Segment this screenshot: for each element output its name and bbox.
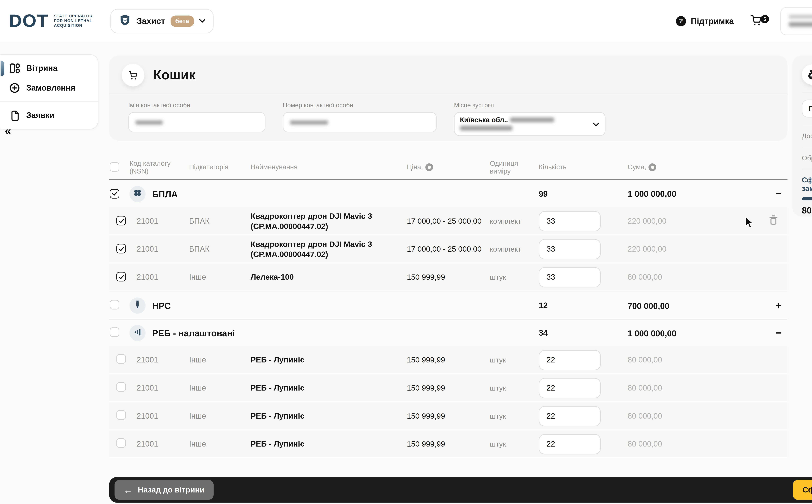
- item-checkbox[interactable]: [116, 410, 126, 420]
- item-name: РЕБ - Лупиніс: [250, 355, 407, 365]
- item-checkbox[interactable]: [116, 244, 126, 253]
- signal-icon: [133, 328, 142, 338]
- sidebar-collapse-button[interactable]: «: [5, 125, 11, 138]
- group-name: РЕБ - налаштовані: [152, 328, 235, 338]
- item-checkbox[interactable]: [116, 438, 126, 448]
- item-unit: штук: [490, 356, 539, 364]
- item-name: Квадрокоптер дрон DJI Mavic 3 (СР.МА.000…: [250, 239, 407, 259]
- column-header-sum-label: Сума,: [628, 163, 646, 171]
- item-code: 21001: [137, 216, 189, 225]
- group-name: БПЛА: [152, 189, 178, 199]
- item-code: 21001: [137, 355, 189, 364]
- cart-item-row: 21001ІншеРЕБ - Лупиніс150 999,99штук80 0…: [109, 430, 787, 459]
- item-unit: штук: [490, 384, 539, 392]
- item-checkbox[interactable]: [116, 216, 126, 225]
- quantity-input[interactable]: [539, 350, 601, 370]
- collapse-group-button[interactable]: −: [776, 328, 782, 338]
- order-label: Сформувати замовлення: [802, 176, 812, 193]
- group-icon-circle: [129, 186, 145, 202]
- create-order-button[interactable]: Сформувати замовлення: [793, 480, 812, 500]
- item-sum: 220 000,00: [628, 244, 743, 253]
- quantity-input[interactable]: [539, 434, 601, 454]
- column-header-price-label: Ціна,: [407, 163, 423, 171]
- item-code: 21001: [137, 439, 189, 448]
- chevron-down-icon: [199, 19, 205, 23]
- money-bag-icon: ₴: [807, 69, 812, 80]
- dot-logo-text: DOT: [9, 11, 49, 31]
- select-all-checkbox[interactable]: [110, 162, 119, 171]
- unit-select[interactable]: Підрозділ: [802, 100, 812, 117]
- group-sum: 1 000 000,00: [628, 189, 743, 199]
- item-checkbox[interactable]: [116, 382, 126, 392]
- item-checkbox[interactable]: [116, 354, 126, 363]
- storefront-grid-icon: [9, 63, 20, 74]
- chevron-down-icon: [593, 123, 599, 126]
- cart-count-badge: 5: [761, 15, 769, 23]
- delete-item-button[interactable]: [768, 217, 778, 227]
- expand-group-button[interactable]: +: [776, 300, 782, 310]
- redacted-value: [460, 126, 512, 131]
- group-quantity: 34: [539, 329, 628, 337]
- item-price: 17 000,00 - 25 000,00: [407, 216, 490, 225]
- sidebar-nav: Вітрина Замовлення Заявки: [0, 54, 98, 129]
- group-icon-circle: [129, 298, 145, 314]
- table-header-row: Код каталогу (NSN) Підкатегорія Найменув…: [109, 155, 787, 180]
- item-name: РЕБ - Лупиніс: [250, 383, 407, 393]
- cart-item-row: 21001БПАККвадрокоптер дрон DJI Mavic 3 (…: [109, 207, 787, 236]
- sidebar-divider: [0, 101, 98, 102]
- group-row-nrs[interactable]: НРС12700 000,00+: [109, 292, 787, 319]
- group-checkbox[interactable]: [110, 189, 119, 198]
- redacted-value: [290, 120, 328, 124]
- contact-name-input[interactable]: [128, 112, 265, 132]
- item-sum: 80 000,00: [628, 273, 743, 281]
- cart-item-row: 21001БПАККвадрокоптер дрон DJI Mavic 3 (…: [109, 236, 787, 264]
- group-row-bpla[interactable]: БПЛА991 000 000,00−: [109, 180, 787, 207]
- item-code: 21001: [137, 383, 189, 392]
- back-to-storefront-button[interactable]: ← Назад до вітрини: [114, 480, 213, 500]
- meeting-place-select[interactable]: Київська обл..: [454, 112, 606, 136]
- cart-item-row: 21001ІншеЛелека-100150 999,99штук80 000,…: [109, 264, 787, 292]
- contact-name-field: Ім’я контактної особи: [128, 101, 265, 136]
- field-label: Номер контактної особи: [283, 101, 437, 108]
- item-checkbox[interactable]: [116, 272, 126, 281]
- column-header-price: Ціна,₴: [407, 163, 490, 171]
- active-indicator: [1, 61, 4, 76]
- collapse-group-button[interactable]: −: [776, 188, 782, 199]
- item-name: Квадрокоптер дрон DJI Mavic 3 (СР.МА.000…: [250, 211, 407, 231]
- top-header: DOT STATE OPERATOR FOR NON-LETHAL ACQUIS…: [0, 0, 812, 42]
- quantity-input[interactable]: [539, 406, 601, 426]
- item-subcategory: Інше: [189, 355, 250, 364]
- support-button[interactable]: ? Підтримка: [676, 16, 734, 26]
- quantity-input[interactable]: [539, 378, 601, 398]
- header-cart-button[interactable]: 5: [749, 13, 765, 29]
- balance-header: ₴ Баланс: [802, 56, 812, 85]
- beta-badge: бета: [170, 15, 194, 27]
- quantity-input[interactable]: [539, 239, 601, 259]
- sidebar-item-zayavky[interactable]: Заявки: [0, 106, 98, 125]
- item-unit: комплект: [490, 245, 539, 253]
- quantity-input[interactable]: [539, 267, 601, 287]
- group-icon-circle: [129, 325, 145, 341]
- sidebar-item-zamovlennya[interactable]: Замовлення: [0, 78, 98, 98]
- group-sum: 1 000 000,00: [628, 328, 743, 338]
- group-checkbox[interactable]: [110, 300, 119, 309]
- app-switcher-dropdown[interactable]: Захист бета: [110, 9, 213, 33]
- hryvnia-icon: ₴: [425, 163, 433, 171]
- quantity-input[interactable]: [539, 211, 601, 231]
- user-account-button[interactable]: AA: [780, 7, 812, 35]
- item-code: 21001: [137, 244, 189, 253]
- cart-title-icon-circle: [122, 64, 144, 87]
- dot-logo[interactable]: DOT STATE OPERATOR FOR NON-LETHAL ACQUIS…: [9, 11, 93, 31]
- contact-phone-input[interactable]: [283, 112, 437, 132]
- sidebar-item-vitryna[interactable]: Вітрина: [0, 58, 98, 78]
- back-button-label: Назад до вітрини: [138, 485, 204, 494]
- group-row-reb[interactable]: РЕБ - налаштовані341 000 000,00−: [109, 319, 787, 346]
- group-checkbox[interactable]: [110, 327, 119, 337]
- redacted-value: [135, 120, 163, 124]
- item-unit: штук: [490, 412, 539, 420]
- item-unit: комплект: [490, 217, 539, 225]
- tagline-line: STATE OPERATOR: [54, 13, 93, 18]
- column-header-sum: Сума,₴: [628, 163, 743, 171]
- meeting-place-field: Місце зустрічі Київська обл..: [454, 101, 606, 136]
- field-label: Ім’я контактної особи: [128, 101, 265, 108]
